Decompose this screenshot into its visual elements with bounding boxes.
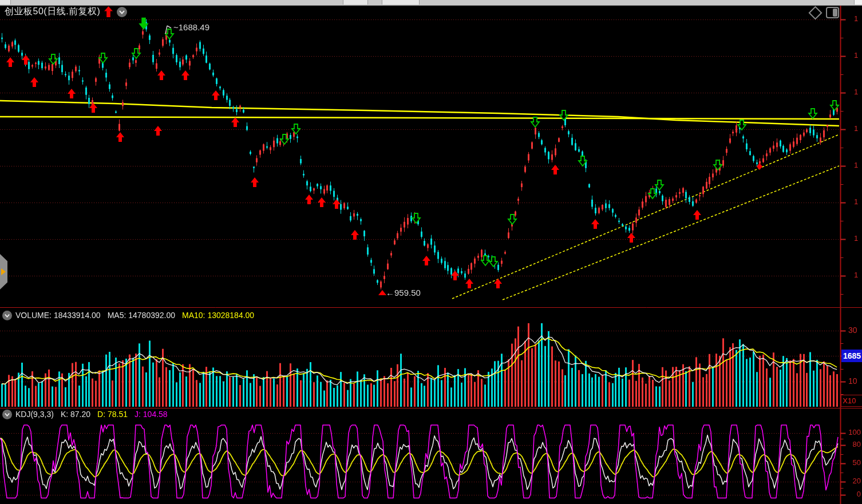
kdj-j-readout: J: 104.58	[135, 410, 168, 419]
axis-tick-label: 1	[854, 234, 858, 243]
axis-tick-label: 1	[854, 271, 858, 279]
volume-ma10-readout: MA10: 13028184.00	[182, 311, 254, 320]
axis-tick-label: 1	[854, 124, 858, 133]
expand-arrow-icon	[1, 268, 6, 275]
kdj-panel-header: KDJ(9,3,3) K: 87.20 D: 78.51 J: 104.58	[0, 408, 171, 420]
buy-signal-legend-icon	[104, 6, 113, 18]
axis-tick-label: 100	[844, 428, 861, 436]
chevron-down-icon	[118, 9, 125, 15]
axis-tick-label: 30	[848, 326, 857, 335]
panel-layout-icon-fill	[833, 9, 837, 17]
main-chart-canvas[interactable]	[0, 5, 862, 307]
axis-tick-label: 80	[844, 440, 861, 449]
volume-chart-canvas[interactable]	[0, 307, 862, 408]
volume-panel-header: VOLUME: 18433914.00 MA5: 14780392.00 MA1…	[0, 309, 258, 322]
volume-ma5-readout: MA5: 14780392.00	[108, 311, 175, 320]
diamond-tool-icon[interactable]	[808, 6, 822, 19]
app-window: 创业板50(日线.前复权) ~1688.49 ←959.50 VOLUME: 1…	[0, 0, 862, 504]
main-chart-header: 创业板50(日线.前复权)	[5, 6, 127, 18]
chart-title: 创业板50(日线.前复权)	[5, 6, 100, 18]
low-price-annotation: ←959.50	[386, 288, 421, 297]
panel-layout-icon[interactable]	[826, 7, 839, 18]
kdj-name: KDJ(9,3,3)	[15, 410, 54, 419]
volume-unit-label: X10	[841, 395, 862, 407]
axis-tick-label: 0	[844, 490, 861, 498]
collapse-volume-panel-button[interactable]	[2, 311, 12, 320]
collapse-kdj-panel-button[interactable]	[2, 410, 12, 419]
corner-tools	[810, 7, 839, 18]
toolbar-button-edge	[382, 0, 420, 5]
axis-tick-label: 1	[854, 197, 858, 206]
axis-tick-label: 1	[854, 51, 858, 59]
kdj-k-readout: K: 87.20	[61, 410, 90, 419]
toolbar-corner	[854, 0, 862, 5]
axis-tick-label: 20	[844, 477, 861, 485]
top-toolbar	[0, 0, 862, 6]
toolbar-button-edge	[0, 0, 11, 5]
chevron-down-icon	[4, 312, 10, 319]
axis-tick-label: 50	[844, 458, 861, 467]
volume-readout: VOLUME: 18433914.00	[15, 311, 101, 320]
high-price-annotation: ~1688.49	[173, 22, 209, 32]
collapse-main-panel-button[interactable]	[117, 7, 127, 17]
toolbar-button-edge	[343, 0, 368, 5]
chevron-down-icon	[4, 411, 10, 418]
last-price-tag: 1685	[841, 350, 862, 362]
axis-tick-label: 10	[848, 376, 857, 386]
axis-tick-label: 1	[854, 14, 858, 23]
kdj-d-readout: D: 78.51	[97, 410, 128, 419]
kdj-chart-canvas[interactable]	[0, 408, 862, 504]
axis-tick-label: 1	[854, 88, 858, 96]
axis-tick-label: 1	[854, 161, 858, 169]
